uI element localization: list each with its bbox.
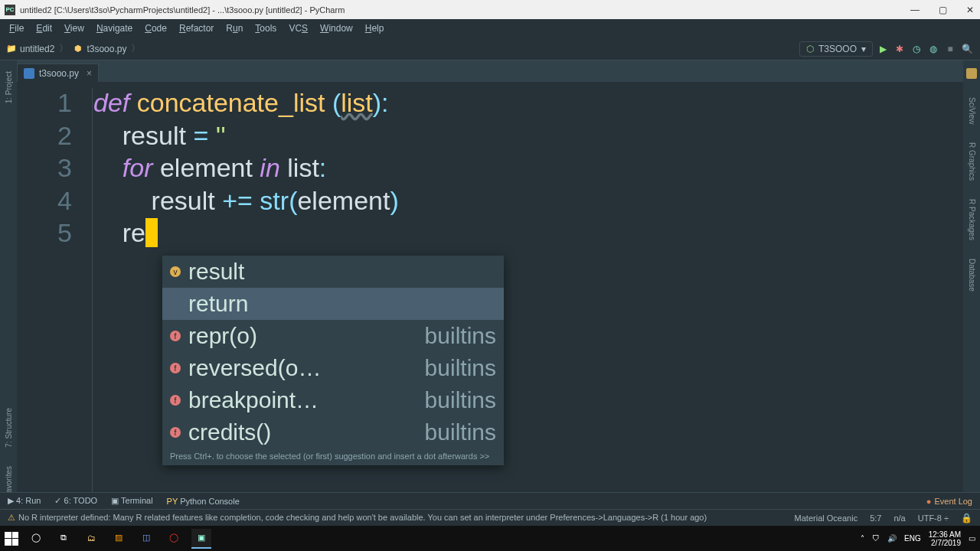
tray-language[interactable]: ENG xyxy=(904,534,921,543)
python-file-icon xyxy=(24,68,34,79)
line-number: 4 xyxy=(17,184,72,217)
completion-item[interactable]: f breakpoint… builtins xyxy=(162,384,504,416)
tray-date: 2/7/2019 xyxy=(929,539,961,547)
completion-hint: Press Ctrl+. to choose the selected (or … xyxy=(162,448,504,465)
completion-label: return xyxy=(188,291,492,317)
completion-item[interactable]: f credits() builtins xyxy=(162,416,504,448)
menu-vcs[interactable]: VCS xyxy=(283,23,314,34)
code-completion-popup[interactable]: v result k return f repr(o) builtins f r… xyxy=(162,256,504,465)
chevron-right-icon: 〉 xyxy=(57,42,70,55)
toolwin-sciview[interactable]: SciView xyxy=(968,94,976,127)
close-tab-icon[interactable]: × xyxy=(87,68,92,79)
toolwin-database[interactable]: Database xyxy=(968,256,976,295)
task-opera[interactable]: ◯ xyxy=(164,529,184,549)
toolwin-structure[interactable]: 7: Structure xyxy=(5,405,13,451)
toolwin-todo[interactable]: ✓ 6: TODO xyxy=(54,496,97,506)
line-number: 1 xyxy=(17,86,72,119)
profile-button[interactable]: ◍ xyxy=(926,42,940,56)
left-tool-stripe: 1: Project 7: Structure 2: Favorites xyxy=(0,60,17,509)
status-caret-pos[interactable]: 5:7 xyxy=(870,514,881,523)
os-titlebar: PC untitled2 [C:\Users\t3so\PycharmProje… xyxy=(0,0,980,19)
status-insert-mode[interactable]: n/a xyxy=(893,514,905,523)
run-config-name: T3SOOO xyxy=(818,44,857,54)
gutter: 1 2 3 4 5 xyxy=(17,82,86,509)
completion-item[interactable]: f reversed(o… builtins xyxy=(162,352,504,384)
run-config-selector[interactable]: ⬡ T3SOOO ▾ xyxy=(799,41,873,57)
nav-bar: 📁 untitled2 〉 ⬢ t3sooo.py 〉 ⬡ T3SOOO ▾ ▶… xyxy=(0,37,980,60)
menu-bar: File Edit View Navigate Code Refactor Ru… xyxy=(0,19,980,37)
tray-clock[interactable]: 12:36 AM 2/7/2019 xyxy=(929,530,961,547)
chevron-down-icon: ▾ xyxy=(861,44,866,54)
completion-item[interactable]: f repr(o) builtins xyxy=(162,320,504,352)
menu-window[interactable]: Window xyxy=(314,23,359,34)
variable-icon: v xyxy=(170,266,181,277)
menu-view[interactable]: View xyxy=(58,23,90,34)
toolwin-rgraphics[interactable]: R Graphics xyxy=(968,139,976,184)
text-cursor xyxy=(145,218,158,247)
menu-run[interactable]: Run xyxy=(220,23,249,34)
status-theme[interactable]: Material Oceanic xyxy=(795,514,858,523)
debug-button[interactable]: ✱ xyxy=(893,42,906,56)
menu-tools[interactable]: Tools xyxy=(249,23,283,34)
task-explorer[interactable]: 🗂 xyxy=(81,529,101,549)
completion-source: builtins xyxy=(425,387,496,413)
tab-t3sooo[interactable]: t3sooo.py × xyxy=(17,64,99,82)
task-sublime[interactable]: ▨ xyxy=(109,529,129,549)
status-message[interactable]: No R interpreter defined: Many R related… xyxy=(8,513,782,523)
toolwin-terminal[interactable]: ▣ Terminal xyxy=(111,496,152,506)
menu-navigate[interactable]: Navigate xyxy=(90,23,139,34)
menu-edit[interactable]: Edit xyxy=(30,23,58,34)
breadcrumb-file[interactable]: t3sooo.py xyxy=(87,44,126,54)
maximize-button[interactable]: ▢ xyxy=(937,5,948,15)
toolwin-project[interactable]: 1: Project xyxy=(5,68,13,106)
completion-source: builtins xyxy=(425,419,496,445)
chevron-right-icon: 〉 xyxy=(129,42,142,55)
task-taskview[interactable]: ⧉ xyxy=(54,529,74,549)
completion-item[interactable]: v result xyxy=(162,256,504,288)
toolwin-run[interactable]: ▶ 4: Run xyxy=(8,496,41,506)
completion-source: builtins xyxy=(425,323,496,349)
menu-file[interactable]: File xyxy=(3,23,30,34)
completion-label: credits() xyxy=(188,419,420,445)
menu-code[interactable]: Code xyxy=(139,23,173,34)
task-app1[interactable]: ◫ xyxy=(136,529,156,549)
window-title: untitled2 [C:\Users\t3so\PycharmProjects… xyxy=(20,5,910,15)
lock-icon[interactable]: 🔒 xyxy=(961,513,972,523)
menu-refactor[interactable]: Refactor xyxy=(173,23,220,34)
indent-guide xyxy=(92,88,93,503)
menu-help[interactable]: Help xyxy=(359,23,390,34)
tray-time: 12:36 AM xyxy=(929,530,961,539)
search-everywhere-button[interactable]: 🔍 xyxy=(960,42,974,56)
bottom-tool-stripe: ▶ 4: Run ✓ 6: TODO ▣ Terminal PY Python … xyxy=(0,492,980,509)
os-taskbar: ◯ ⧉ 🗂 ▨ ◫ ◯ ▣ ˄ ⛉ 🔊 ENG 12:36 AM 2/7/201… xyxy=(0,526,980,551)
tab-label: t3sooo.py xyxy=(39,68,79,79)
toolwin-python-console[interactable]: PY Python Console xyxy=(167,497,240,506)
task-cortana[interactable]: ◯ xyxy=(26,529,46,549)
run-config-icon: ⬡ xyxy=(806,44,814,54)
completion-label: repr(o) xyxy=(188,323,420,349)
system-tray[interactable]: ˄ ⛉ 🔊 ENG 12:36 AM 2/7/2019 ▭ xyxy=(861,530,975,547)
minimize-button[interactable]: — xyxy=(910,5,920,15)
breadcrumb-project[interactable]: untitled2 xyxy=(20,44,54,54)
completion-label: breakpoint… xyxy=(188,387,420,413)
stop-button[interactable]: ■ xyxy=(943,42,957,56)
toolwin-rpackages[interactable]: R Packages xyxy=(968,196,976,243)
status-encoding[interactable]: UTF-8 ÷ xyxy=(918,514,949,523)
folder-icon: 📁 xyxy=(6,44,17,54)
completion-item[interactable]: k return xyxy=(162,288,504,320)
line-number: 3 xyxy=(17,152,72,184)
app-icon: PC xyxy=(5,5,15,15)
task-pycharm[interactable]: ▣ xyxy=(191,529,211,549)
close-button[interactable]: ✕ xyxy=(965,5,975,15)
event-log-button[interactable]: Event Log xyxy=(926,497,972,506)
inspection-indicator[interactable] xyxy=(966,68,977,79)
status-bar: No R interpreter defined: Many R related… xyxy=(0,509,980,526)
run-button[interactable]: ▶ xyxy=(876,42,890,56)
tray-network-icon[interactable]: ⛉ xyxy=(872,534,880,543)
coverage-button[interactable]: ◷ xyxy=(910,42,923,56)
start-button[interactable] xyxy=(5,532,18,546)
tray-chevron-up-icon[interactable]: ˄ xyxy=(861,534,864,543)
function-icon: f xyxy=(170,331,181,341)
tray-notifications-icon[interactable]: ▭ xyxy=(969,534,975,543)
tray-volume-icon[interactable]: 🔊 xyxy=(887,534,897,543)
